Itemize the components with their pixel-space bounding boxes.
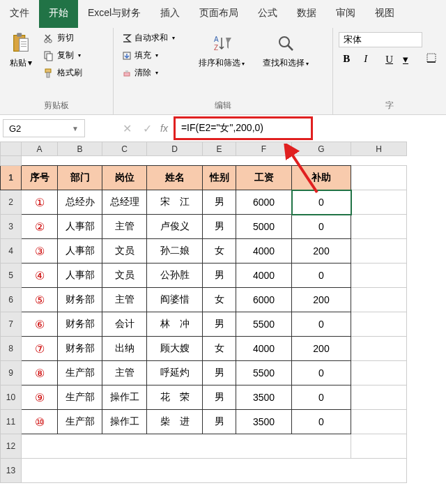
cell[interactable]: 工资 <box>236 166 292 190</box>
cell[interactable]: 操作工 <box>102 385 147 410</box>
cell[interactable]: ⑨ <box>22 385 58 410</box>
cell[interactable]: 人事部 <box>58 239 102 264</box>
cell[interactable]: 5500 <box>236 312 292 337</box>
tab-插入[interactable]: 插入 <box>151 0 190 28</box>
spreadsheet-grid[interactable]: A B C D E F G H 1 序号 部门 岗位 姓名 性别 工资 补助 2… <box>0 142 407 483</box>
cell[interactable]: 男 <box>203 385 236 410</box>
cell[interactable]: ① <box>22 190 58 215</box>
tab-视图[interactable]: 视图 <box>365 0 404 28</box>
cell[interactable]: 孙二娘 <box>147 239 203 264</box>
accept-formula-icon[interactable]: ✓ <box>143 122 152 135</box>
row-header[interactable]: 13 <box>1 459 22 483</box>
cell[interactable]: 主管 <box>102 288 147 312</box>
cell[interactable]: 0 <box>292 410 351 434</box>
cell[interactable]: 财务部 <box>58 288 102 312</box>
col-header[interactable]: E <box>203 142 236 156</box>
cell[interactable]: 部门 <box>58 166 102 190</box>
col-header[interactable]: H <box>351 142 407 156</box>
row-header[interactable]: 2 <box>1 190 22 215</box>
cell[interactable]: 女 <box>203 288 236 312</box>
cell[interactable]: 阎婆惜 <box>147 288 203 312</box>
cell[interactable]: 男 <box>203 264 236 288</box>
cell[interactable]: 0 <box>292 312 351 337</box>
cell[interactable]: 花 荣 <box>147 385 203 410</box>
underline-button[interactable]: U▾ <box>377 52 417 67</box>
row-header[interactable]: 5 <box>1 264 22 288</box>
cell[interactable]: 男 <box>203 410 236 434</box>
cell[interactable]: ⑤ <box>22 288 58 312</box>
cell[interactable]: 人事部 <box>58 215 102 239</box>
cell[interactable]: 生产部 <box>58 410 102 434</box>
col-header[interactable]: B <box>58 142 102 156</box>
row-header[interactable]: 1 <box>1 166 22 190</box>
cell[interactable]: 男 <box>203 312 236 337</box>
border-button[interactable] <box>422 52 440 67</box>
col-header[interactable]: D <box>147 142 203 156</box>
row-header[interactable]: 6 <box>1 288 22 312</box>
autosum-button[interactable]: 自动求和▾ <box>119 31 178 45</box>
cell[interactable]: 性别 <box>203 166 236 190</box>
cell[interactable]: 6000 <box>236 288 292 312</box>
cell[interactable]: ⑦ <box>22 337 58 361</box>
col-header[interactable]: F <box>236 142 292 156</box>
row-header[interactable]: 10 <box>1 385 22 410</box>
cell[interactable]: 会计 <box>102 312 147 337</box>
cell[interactable]: 序号 <box>22 166 58 190</box>
cell[interactable]: ④ <box>22 264 58 288</box>
row-header[interactable]: 4 <box>1 239 22 264</box>
cell[interactable]: 总经办 <box>58 190 102 215</box>
cell[interactable]: ⑧ <box>22 361 58 385</box>
row-header[interactable]: 9 <box>1 361 22 385</box>
cell[interactable]: ③ <box>22 239 58 264</box>
cell[interactable]: 呼延灼 <box>147 361 203 385</box>
cell[interactable]: 姓名 <box>147 166 203 190</box>
cell[interactable]: 总经理 <box>102 190 147 215</box>
bold-button[interactable]: B <box>339 52 354 67</box>
cell[interactable]: 0 <box>292 215 351 239</box>
select-all-button[interactable] <box>1 142 22 156</box>
cell[interactable]: 公孙胜 <box>147 264 203 288</box>
cell[interactable]: 林 冲 <box>147 312 203 337</box>
col-header[interactable]: G <box>292 142 351 156</box>
cell[interactable]: 女 <box>203 337 236 361</box>
row-header[interactable]: 8 <box>1 337 22 361</box>
cell[interactable]: 200 <box>292 337 351 361</box>
sort-filter-button[interactable]: AZ 排序和筛选▾ <box>193 31 250 72</box>
fill-button[interactable]: 填充▾ <box>119 48 178 63</box>
clear-button[interactable]: 清除▾ <box>119 66 178 80</box>
cell[interactable]: 生产部 <box>58 361 102 385</box>
cell[interactable]: ⑥ <box>22 312 58 337</box>
cut-button[interactable]: 剪切 <box>40 31 85 45</box>
italic-button[interactable]: I <box>360 52 371 67</box>
cell[interactable]: 0 <box>292 361 351 385</box>
cell[interactable]: 200 <box>292 288 351 312</box>
cell[interactable]: ② <box>22 215 58 239</box>
cell[interactable]: 0 <box>292 264 351 288</box>
cell[interactable]: 男 <box>203 190 236 215</box>
row-header[interactable]: 3 <box>1 215 22 239</box>
find-select-button[interactable]: 查找和选择▾ <box>257 31 314 72</box>
cell[interactable]: 主管 <box>102 361 147 385</box>
cell[interactable]: 200 <box>292 239 351 264</box>
font-name-select[interactable]: 宋体 <box>339 32 422 47</box>
cell[interactable]: 操作工 <box>102 410 147 434</box>
fx-icon[interactable]: fx <box>160 123 168 134</box>
cell[interactable]: 财务部 <box>58 337 102 361</box>
row-header[interactable]: 11 <box>1 410 22 434</box>
copy-button[interactable]: 复制▾ <box>40 48 85 63</box>
cell[interactable]: 文员 <box>102 239 147 264</box>
col-header[interactable]: A <box>22 142 58 156</box>
cell[interactable]: 顾大嫂 <box>147 337 203 361</box>
tab-审阅[interactable]: 审阅 <box>326 0 365 28</box>
cell[interactable]: 补助 <box>292 166 351 190</box>
cell[interactable]: 5500 <box>236 361 292 385</box>
cell[interactable]: 生产部 <box>58 385 102 410</box>
cell[interactable]: 出纳 <box>102 337 147 361</box>
format-painter-button[interactable]: 格式刷 <box>40 66 85 80</box>
cell[interactable]: 文员 <box>102 264 147 288</box>
formula-bar[interactable]: =IF(E2="女",200,0) <box>174 116 313 140</box>
tab-公式[interactable]: 公式 <box>248 0 287 28</box>
tab-开始[interactable]: 开始 <box>39 0 78 28</box>
row-header[interactable]: 7 <box>1 312 22 337</box>
cell[interactable]: 3500 <box>236 385 292 410</box>
